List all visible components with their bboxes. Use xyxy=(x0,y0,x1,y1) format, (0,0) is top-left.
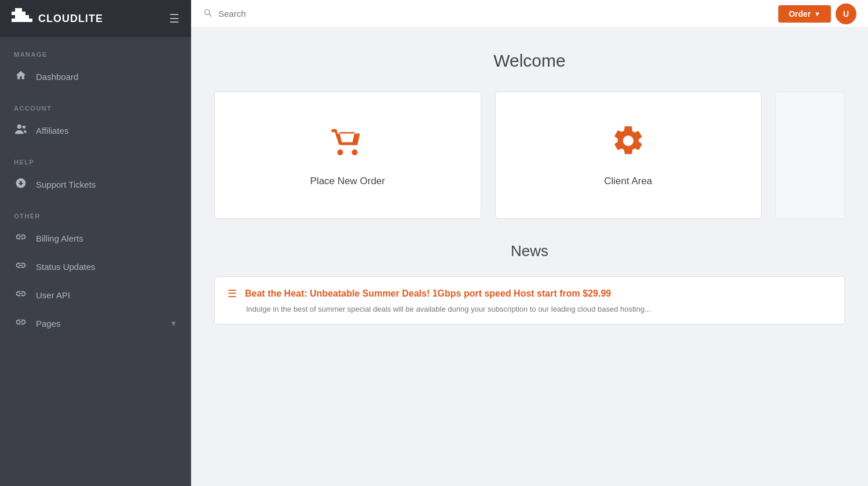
user-avatar[interactable]: U xyxy=(836,3,856,24)
sidebar-item-label-dashboard: Dashboard xyxy=(36,72,177,82)
home-icon xyxy=(14,70,28,84)
news-lines-icon: ☰ xyxy=(228,287,237,300)
welcome-title: Welcome xyxy=(214,51,845,71)
sidebar-item-pages[interactable]: Pages ▼ xyxy=(0,309,191,338)
cards-row: Place New Order Client Area xyxy=(214,92,845,219)
sidebar-item-billing-alerts[interactable]: Billing Alerts xyxy=(0,224,191,253)
content-area: Welcome Place New Order Client Area xyxy=(191,28,868,486)
news-headline-row: ☰ Beat the Heat: Unbeatable Summer Deals… xyxy=(228,287,832,300)
svg-rect-3 xyxy=(15,12,19,15)
link-icon-billing xyxy=(14,231,28,246)
search-input[interactable] xyxy=(218,9,772,19)
svg-rect-4 xyxy=(19,12,22,15)
section-label-other: OTHER xyxy=(0,199,191,224)
news-body: Indulge in the best of summer special de… xyxy=(228,305,832,313)
card-partial[interactable] xyxy=(775,92,845,219)
sidebar: CLOUDLITE ☰ MANAGE Dashboard ACCOUNT Aff… xyxy=(0,0,191,486)
card-label-place-new-order: Place New Order xyxy=(310,176,385,187)
svg-rect-5 xyxy=(22,12,25,15)
news-headline[interactable]: Beat the Heat: Unbeatable Summer Deals! … xyxy=(245,288,611,299)
order-button-label: Order xyxy=(789,9,811,19)
logo-area: CLOUDLITE xyxy=(12,8,103,29)
svg-point-17 xyxy=(23,126,25,129)
link-icon-status xyxy=(14,260,28,274)
order-dropdown-arrow: ▼ xyxy=(814,10,821,17)
sidebar-item-dashboard[interactable]: Dashboard xyxy=(0,63,191,91)
card-place-new-order[interactable]: Place New Order xyxy=(214,92,481,219)
svg-rect-12 xyxy=(19,19,22,22)
ticket-icon xyxy=(14,177,28,192)
sidebar-item-label-status-updates: Status Updates xyxy=(36,262,177,272)
svg-rect-0 xyxy=(12,12,15,15)
section-label-help: HELP xyxy=(0,145,191,170)
sidebar-item-label-billing-alerts: Billing Alerts xyxy=(36,233,177,243)
sidebar-item-label-pages: Pages xyxy=(36,319,162,328)
gear-icon xyxy=(611,123,646,165)
sidebar-item-status-updates[interactable]: Status Updates xyxy=(0,253,191,281)
hamburger-icon[interactable]: ☰ xyxy=(169,12,180,25)
svg-rect-14 xyxy=(25,19,29,22)
card-label-client-area: Client Area xyxy=(604,176,652,187)
sidebar-item-label-support-tickets: Support Tickets xyxy=(36,180,177,189)
search-icon xyxy=(203,8,213,20)
sidebar-item-user-api[interactable]: User API xyxy=(0,281,191,309)
card-client-area[interactable]: Client Area xyxy=(495,92,762,219)
topbar-right: Order ▼ U xyxy=(778,3,856,24)
topbar: Order ▼ U xyxy=(191,0,868,28)
sidebar-item-affiliates[interactable]: Affiliates xyxy=(0,116,191,145)
svg-rect-6 xyxy=(15,15,19,19)
svg-rect-8 xyxy=(22,15,25,19)
svg-rect-1 xyxy=(15,8,19,12)
svg-rect-2 xyxy=(19,8,22,12)
svg-rect-13 xyxy=(22,19,25,22)
sidebar-item-label-user-api: User API xyxy=(36,290,177,300)
svg-rect-10 xyxy=(12,19,15,22)
sidebar-item-support-tickets[interactable]: Support Tickets xyxy=(0,170,191,199)
chevron-down-icon: ▼ xyxy=(170,319,177,328)
brand-name: CLOUDLITE xyxy=(38,13,103,25)
svg-rect-11 xyxy=(15,19,19,22)
news-title: News xyxy=(214,242,845,260)
news-item: ☰ Beat the Heat: Unbeatable Summer Deals… xyxy=(214,276,845,324)
section-label-manage: MANAGE xyxy=(0,37,191,63)
logo-icon xyxy=(12,8,32,29)
sidebar-item-label-affiliates: Affiliates xyxy=(36,126,177,136)
svg-rect-15 xyxy=(29,19,32,22)
main-area: Order ▼ U Welcome Place New Order xyxy=(191,0,868,486)
section-label-account: ACCOUNT xyxy=(0,91,191,116)
sidebar-header: CLOUDLITE ☰ xyxy=(0,0,191,37)
svg-rect-7 xyxy=(19,15,22,19)
svg-rect-9 xyxy=(25,15,29,19)
order-button[interactable]: Order ▼ xyxy=(778,5,831,23)
link-icon-api xyxy=(14,288,28,302)
svg-point-16 xyxy=(17,125,21,129)
cart-icon xyxy=(330,123,365,165)
affiliates-icon xyxy=(14,123,28,138)
link-icon-pages xyxy=(14,316,28,331)
